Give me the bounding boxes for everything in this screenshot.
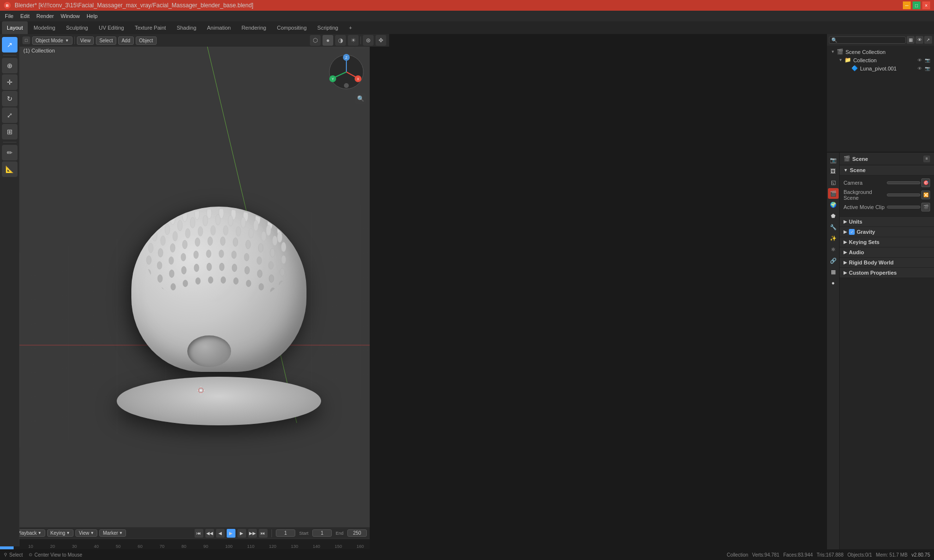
prop-icon-particles[interactable]: ✨ (828, 233, 839, 244)
object-menu[interactable]: Object (136, 36, 157, 45)
object-mode-dropdown[interactable]: Object Mode ▼ (32, 36, 72, 45)
tree-collection[interactable]: ▼ 📁 Collection 👁 📷 (837, 56, 932, 64)
camera-picker-btn[interactable]: 🎯 (921, 178, 930, 187)
play-btn[interactable]: ▶ (227, 529, 235, 538)
toolbar-cursor[interactable]: ⊕ (2, 58, 18, 73)
prop-icon-modifier[interactable]: 🔧 (828, 222, 839, 232)
movie-clip-picker-btn[interactable]: 🎬 (921, 203, 930, 211)
tab-compositing[interactable]: Compositing (272, 21, 311, 34)
outliner-search[interactable]: 🔍 (829, 36, 906, 44)
go-to-start-btn[interactable]: ⏮ (195, 529, 203, 538)
tab-sculpting[interactable]: Sculpting (61, 21, 93, 34)
tab-rendering[interactable]: Rendering (236, 21, 271, 34)
prev-frame-btn[interactable]: ◀ (216, 529, 225, 538)
prop-icon-data[interactable]: ▦ (828, 266, 839, 277)
viewport-mode-icon[interactable]: □ (22, 36, 30, 44)
tree-scene-collection[interactable]: ▼ 🎬 Scene Collection (829, 48, 932, 56)
maximize-button[interactable]: □ (913, 1, 920, 9)
hide-icon[interactable]: 👁 (916, 36, 923, 44)
toolbar-move[interactable]: ✛ (2, 74, 18, 90)
start-frame-input[interactable]: 1 (312, 529, 332, 537)
section-custom-props[interactable]: ▶ Custom Properties (840, 268, 934, 278)
collection-render[interactable]: 📷 (925, 58, 930, 63)
tab-uv-editing[interactable]: UV Editing (94, 21, 129, 34)
view-menu[interactable]: View (77, 36, 94, 45)
section-scene[interactable]: ▼ Scene (840, 165, 934, 175)
svg-point-46 (233, 238, 238, 246)
tab-texture-paint[interactable]: Texture Paint (130, 21, 171, 34)
camera-value[interactable] (887, 181, 920, 184)
menu-help[interactable]: Help (84, 12, 101, 20)
menu-edit[interactable]: Edit (18, 12, 33, 20)
overlays-btn[interactable]: ⊛ (363, 35, 374, 46)
tab-add[interactable]: + (344, 21, 357, 34)
navigation-gizmo[interactable]: Z X Y (327, 52, 366, 91)
gravity-checkbox[interactable]: ✓ (849, 229, 855, 235)
current-frame-input[interactable]: 1 (276, 529, 295, 537)
shading-render[interactable]: ☀ (348, 35, 359, 46)
tree-luna-pivot[interactable]: ▶ 🔷 Luna_pivot.001 👁 📷 (844, 64, 932, 72)
prop-icon-output[interactable]: 🖼 (828, 166, 839, 176)
prop-icon-physics[interactable]: ⚛ (828, 244, 839, 255)
toolbar-annotate[interactable]: ✏ (2, 145, 18, 160)
menu-window[interactable]: Window (58, 12, 83, 20)
bg-scene-picker-btn[interactable]: 🔀 (921, 191, 930, 199)
view-dropdown[interactable]: View ▼ (75, 529, 97, 537)
add-menu[interactable]: Add (118, 36, 134, 45)
prev-keyframe-btn[interactable]: ◀◀ (205, 529, 214, 538)
timeline-ruler[interactable]: 1 10 20 30 40 50 60 70 80 90 100 110 120… (0, 539, 370, 550)
tab-modeling[interactable]: Modeling (29, 21, 60, 34)
section-keying-sets[interactable]: ▶ Keying Sets (840, 237, 934, 247)
movie-clip-value[interactable] (887, 206, 920, 209)
prop-icon-world[interactable]: 🌍 (828, 199, 839, 210)
tab-shading[interactable]: Shading (172, 21, 201, 34)
tab-scripting[interactable]: Scripting (312, 21, 343, 34)
section-arrow-scene: ▼ (844, 168, 848, 173)
close-button[interactable]: × (922, 1, 930, 9)
select-icon[interactable]: ↗ (924, 36, 932, 44)
shading-material[interactable]: ◑ (335, 35, 346, 46)
menu-file[interactable]: File (2, 12, 17, 20)
toolbar-transform[interactable]: ⊞ (2, 124, 18, 140)
section-audio[interactable]: ▶ Audio (840, 247, 934, 258)
end-label: End (336, 531, 343, 536)
prop-icon-scene[interactable]: 🎬 (828, 188, 839, 199)
menu-render[interactable]: Render (34, 12, 57, 20)
keying-dropdown[interactable]: Keying ▼ (47, 529, 74, 537)
minimize-button[interactable]: ─ (903, 1, 911, 9)
section-rigid-body[interactable]: ▶ Rigid Body World (840, 258, 934, 268)
toolbar-select[interactable]: ↗ (2, 37, 18, 52)
shading-solid[interactable]: ● (323, 35, 333, 46)
svg-point-54 (181, 253, 186, 261)
prop-icon-render[interactable]: 📷 (828, 155, 839, 165)
tab-animation[interactable]: Animation (202, 21, 236, 34)
collection-vis[interactable]: 👁 (917, 58, 922, 63)
end-frame-input[interactable]: 250 (347, 529, 367, 537)
prop-icon-constraints[interactable]: 🔗 (828, 255, 839, 266)
next-keyframe-btn[interactable]: ▶▶ (248, 529, 257, 538)
obj-vis[interactable]: 👁 (917, 66, 922, 71)
section-gravity[interactable]: ▶ ✓ Gravity (840, 227, 934, 237)
tab-layout[interactable]: Layout (2, 21, 28, 34)
prop-icon-view-layer[interactable]: ◱ (828, 177, 839, 188)
gizmo-btn[interactable]: ✥ (376, 35, 386, 46)
toolbar-rotate[interactable]: ↻ (2, 91, 18, 106)
filter-icon[interactable]: ▦ (907, 36, 915, 44)
next-frame-btn[interactable]: ▶ (237, 529, 246, 538)
zoom-in-icon[interactable]: 🔍 (355, 93, 366, 104)
svg-point-58 (232, 251, 236, 259)
prop-icon-material[interactable]: ● (828, 278, 839, 288)
viewport-3d[interactable]: User Perspective (Local) (1) Collection (19, 34, 370, 546)
bg-scene-value[interactable] (887, 193, 920, 196)
go-to-end-btn[interactable]: ⏭ (259, 529, 268, 538)
section-units[interactable]: ▶ Units (840, 217, 934, 227)
prop-icon-object[interactable]: ⬟ (828, 210, 839, 221)
select-menu[interactable]: ⚲ SelectSelect (96, 36, 116, 45)
obj-render[interactable]: 📷 (925, 66, 930, 71)
properties-icons-column: 📷 🖼 ◱ 🎬 🌍 ⬟ 🔧 ✨ ⚛ 🔗 ▦ ● (827, 153, 840, 549)
marker-dropdown[interactable]: Marker ▼ (99, 529, 126, 537)
props-menu-btn[interactable]: ≡ (923, 156, 930, 162)
toolbar-scale[interactable]: ⤢ (2, 107, 18, 123)
shading-wireframe[interactable]: ⬡ (310, 35, 321, 46)
toolbar-measure[interactable]: 📐 (2, 161, 18, 177)
